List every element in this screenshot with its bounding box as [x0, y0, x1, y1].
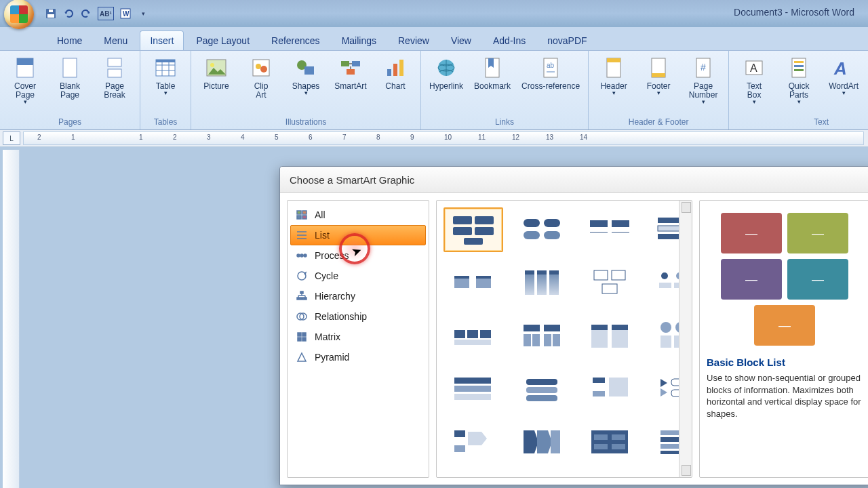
smartart-thumb[interactable]: [513, 420, 571, 464]
chart-button[interactable]: Chart: [374, 54, 416, 94]
tab-insert[interactable]: Insert: [140, 30, 184, 50]
smartart-thumb[interactable]: [443, 367, 502, 411]
footer-button[interactable]: Footer: [637, 54, 679, 99]
smartart-thumb[interactable]: [648, 262, 679, 305]
table-button[interactable]: Table: [144, 54, 186, 99]
svg-rect-8: [108, 58, 121, 66]
smartart-thumb[interactable]: [443, 314, 502, 358]
picture-button[interactable]: Picture: [195, 54, 237, 94]
smartart-thumb[interactable]: [443, 262, 502, 305]
gallery-scrollbar[interactable]: [679, 201, 692, 477]
svg-point-107: [661, 272, 668, 279]
tab-home[interactable]: Home: [47, 31, 92, 50]
qat-more-icon[interactable]: ▾: [137, 7, 149, 20]
redo-icon[interactable]: [80, 7, 92, 20]
svg-rect-120: [532, 334, 540, 346]
smartart-thumb[interactable]: [648, 420, 679, 464]
tab-view[interactable]: View: [441, 31, 481, 50]
break-button[interactable]: PageBreak: [94, 54, 136, 102]
svg-rect-123: [591, 329, 608, 348]
smartart-thumb[interactable]: [513, 367, 571, 411]
svg-rect-126: [612, 325, 628, 330]
footer-icon: [647, 56, 670, 79]
category-cycle[interactable]: Cycle: [290, 266, 426, 286]
hyperlink-icon: [435, 56, 458, 79]
tab-review[interactable]: Review: [389, 31, 439, 50]
smartart-thumb[interactable]: [513, 262, 571, 305]
smartart-thumb[interactable]: [580, 314, 639, 358]
bookmark-button[interactable]: Bookmark: [470, 54, 515, 94]
smartart-thumb[interactable]: [648, 207, 679, 251]
smartart-thumb[interactable]: [648, 367, 679, 411]
smartart-gallery: [436, 200, 692, 478]
svg-rect-94: [454, 279, 469, 288]
ribbon-label: Header: [600, 82, 627, 91]
svg-rect-91: [658, 218, 679, 223]
horizontal-ruler: L 211234567891011121314: [0, 130, 868, 147]
category-relationship[interactable]: Relationship: [290, 306, 426, 327]
svg-rect-97: [476, 276, 491, 279]
svg-rect-130: [660, 336, 671, 348]
textbox-button[interactable]: ATextBox: [733, 54, 775, 108]
matrix-icon: [296, 331, 308, 343]
smartart-thumb[interactable]: [513, 207, 571, 251]
smartart-thumb[interactable]: [580, 207, 639, 251]
cover-button[interactable]: CoverPage: [4, 54, 46, 108]
smartart-thumb[interactable]: [443, 207, 503, 252]
blank-icon: [58, 56, 81, 79]
header-button[interactable]: Header: [593, 54, 635, 99]
category-pyramid[interactable]: Pyramid: [290, 347, 426, 367]
blank-button[interactable]: BlankPage: [49, 54, 91, 102]
category-all[interactable]: All: [290, 205, 426, 225]
smartart-thumb[interactable]: [443, 420, 502, 464]
ribbon-tabs: HomeMenuInsertPage LayoutReferencesMaili…: [0, 27, 868, 51]
tab-novapdf[interactable]: novaPDF: [538, 31, 596, 50]
office-button[interactable]: [4, 0, 34, 29]
svg-rect-149: [594, 444, 608, 449]
svg-rect-133: [454, 378, 491, 384]
quickparts-button[interactable]: QuickParts: [778, 54, 820, 108]
category-process[interactable]: Process: [290, 245, 426, 266]
smartart-thumb[interactable]: [580, 262, 639, 305]
undo-icon[interactable]: [62, 7, 75, 20]
crossref-button[interactable]: abCross-reference: [517, 54, 584, 94]
category-list[interactable]: List: [290, 225, 426, 245]
ribbon-group-links: HyperlinkBookmarkabCross-referenceLinks: [421, 51, 589, 129]
svg-rect-92: [658, 226, 679, 231]
wordart-button[interactable]: AWordArt: [823, 54, 865, 99]
category-matrix[interactable]: Matrix: [290, 327, 426, 347]
preview-pane: Basic Block List Use to show non-sequent…: [699, 200, 868, 478]
svg-rect-9: [108, 69, 121, 77]
smartart-thumb[interactable]: [648, 314, 679, 358]
ruler-track[interactable]: 211234567891011121314: [23, 131, 864, 145]
pagenum-button[interactable]: #PageNumber: [682, 54, 724, 108]
clip-icon: [250, 56, 273, 79]
picture-icon: [205, 56, 228, 79]
save-icon[interactable]: [45, 7, 57, 20]
tab-references[interactable]: References: [262, 31, 330, 50]
smartart-button[interactable]: SmartArt: [330, 54, 372, 94]
svg-rect-142: [671, 379, 679, 386]
svg-rect-145: [454, 445, 465, 452]
smartart-thumb[interactable]: [580, 420, 639, 464]
clip-button[interactable]: ClipArt: [240, 54, 282, 102]
cover-icon: [14, 56, 37, 79]
hyperlink-button[interactable]: Hyperlink: [425, 54, 467, 94]
ribbon-group-label: Tables: [154, 116, 178, 129]
category-hierarchy[interactable]: Hierarchy: [290, 286, 426, 306]
shapes-button[interactable]: Shapes: [285, 54, 327, 99]
tab-selector[interactable]: L: [3, 131, 20, 145]
ribbon-label: Table: [156, 82, 176, 91]
word-icon[interactable]: W: [119, 7, 132, 20]
tab-menu[interactable]: Menu: [94, 31, 137, 50]
tab-add-ins[interactable]: Add-Ins: [484, 31, 535, 50]
smartart-thumb[interactable]: [513, 314, 571, 358]
qat-item[interactable]: AB¹: [98, 7, 114, 20]
process-icon: [296, 249, 308, 262]
smartart-thumb[interactable]: [580, 367, 639, 411]
ribbon-group-tables: TableTables: [140, 51, 191, 129]
vertical-ruler[interactable]: [3, 150, 20, 488]
tab-page-layout[interactable]: Page Layout: [186, 31, 259, 50]
tab-mailings[interactable]: Mailings: [332, 31, 386, 50]
ribbon: CoverPageBlankPagePageBreakPagesTableTab…: [0, 51, 868, 130]
